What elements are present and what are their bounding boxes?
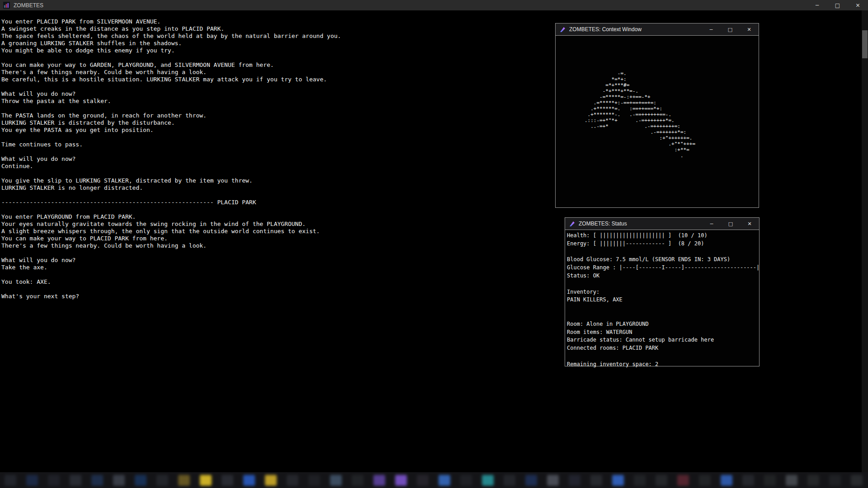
taskbar-app-icon[interactable] — [764, 475, 776, 486]
taskbar-app-icon[interactable] — [330, 475, 342, 486]
status-maximize-button[interactable]: □ — [721, 218, 740, 230]
status-close-button[interactable]: ✕ — [740, 218, 759, 230]
context-window: ZOMBETES: Context Window ─ □ ✕ -=. *=*+:… — [555, 23, 759, 208]
taskbar-app-icon[interactable] — [156, 475, 168, 486]
main-window-titlebar[interactable]: ZOMBETES ─ □ ✕ — [0, 0, 868, 10]
taskbar-app-icon[interactable] — [569, 475, 580, 486]
zombetes-quill-icon — [560, 27, 566, 33]
taskbar-app-icon[interactable] — [807, 475, 819, 486]
close-button[interactable]: ✕ — [848, 0, 868, 10]
taskbar-app-icon[interactable] — [742, 475, 754, 486]
status-minimize-button[interactable]: ─ — [702, 218, 721, 230]
taskbar-app-icon[interactable] — [26, 475, 38, 486]
scrollbar-thumb[interactable] — [862, 30, 868, 58]
taskbar-app-icon[interactable] — [504, 475, 515, 486]
taskbar-app-icon[interactable] — [265, 475, 277, 486]
taskbar-app-icon[interactable] — [829, 475, 841, 486]
taskbar-app-icon[interactable] — [525, 475, 537, 486]
taskbar-app-icon[interactable] — [460, 475, 472, 486]
status-readout: Health: [ |||||||||||||||||||| ] (10 / 1… — [565, 230, 759, 369]
taskbar-app-icon[interactable] — [417, 475, 429, 486]
context-minimize-button[interactable]: ─ — [702, 23, 721, 35]
taskbar-app-icon[interactable] — [352, 475, 363, 486]
zombetes-app-icon[interactable] — [3, 2, 10, 9]
maximize-button[interactable]: □ — [827, 0, 848, 10]
taskbar-app-icon[interactable] — [308, 475, 320, 486]
taskbar-app-icon[interactable] — [5, 475, 16, 486]
taskbar-app-icon[interactable] — [113, 475, 125, 486]
taskbar-app-icon[interactable] — [547, 475, 559, 486]
zombetes-quill-icon — [569, 221, 575, 227]
taskbar-app-icon[interactable] — [178, 475, 190, 486]
taskbar-app-icon[interactable] — [200, 475, 212, 486]
taskbar-app-icon[interactable] — [699, 475, 711, 486]
taskbar-app-icon[interactable] — [243, 475, 255, 486]
taskbar-app-icon[interactable] — [287, 475, 298, 486]
taskbar-app-icon[interactable] — [482, 475, 494, 486]
status-window-titlebar[interactable]: ZOMBETES: Status ─ □ ✕ — [565, 218, 759, 230]
taskbar-app-icon[interactable] — [70, 475, 81, 486]
status-window-title: ZOMBETES: Status — [579, 221, 627, 227]
scrollbar-track[interactable] — [862, 10, 868, 472]
taskbar-icons — [0, 475, 867, 486]
minimize-button[interactable]: ─ — [807, 0, 827, 10]
main-window-title: ZOMBETES — [14, 2, 43, 9]
taskbar-app-icon[interactable] — [612, 475, 624, 486]
taskbar-app-icon[interactable] — [91, 475, 103, 486]
taskbar-app-icon[interactable] — [634, 475, 646, 486]
taskbar-app-icon[interactable] — [48, 475, 60, 486]
context-window-title: ZOMBETES: Context Window — [569, 26, 642, 33]
status-window: ZOMBETES: Status ─ □ ✕ Health: [ |||||||… — [565, 217, 760, 366]
taskbar-app-icon[interactable] — [222, 475, 233, 486]
taskbar-app-icon[interactable] — [851, 475, 863, 486]
taskbar — [0, 472, 868, 488]
taskbar-app-icon[interactable] — [590, 475, 602, 486]
terminal-output: You enter PLACID PARK from SILVERMOON AV… — [1, 18, 341, 300]
taskbar-app-icon[interactable] — [656, 475, 667, 486]
taskbar-app-icon[interactable] — [677, 475, 689, 486]
taskbar-app-icon[interactable] — [395, 475, 407, 486]
context-window-titlebar[interactable]: ZOMBETES: Context Window ─ □ ✕ — [556, 23, 759, 36]
context-maximize-button[interactable]: □ — [721, 23, 740, 35]
taskbar-app-icon[interactable] — [373, 475, 385, 486]
taskbar-app-icon[interactable] — [786, 475, 797, 486]
context-close-button[interactable]: ✕ — [740, 23, 759, 35]
context-ascii-art: -=. *=*+: =*+***#= -*+***+**=-. -=*****=… — [585, 70, 695, 159]
taskbar-app-icon[interactable] — [721, 475, 732, 486]
taskbar-app-icon[interactable] — [439, 475, 450, 486]
taskbar-app-icon[interactable] — [135, 475, 146, 486]
